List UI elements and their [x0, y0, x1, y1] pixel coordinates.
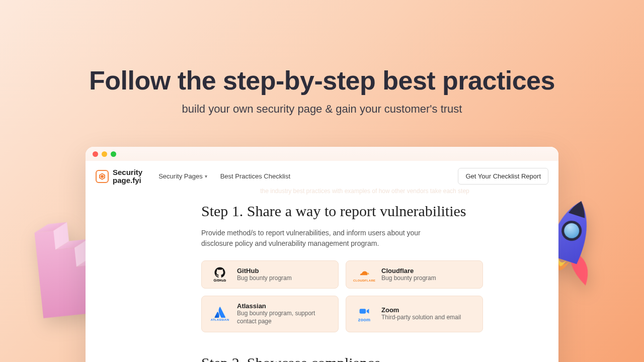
brand-icon	[96, 170, 109, 183]
card-subtitle: Third-party solution and email	[381, 314, 461, 322]
chevron-down-icon: ▾	[205, 173, 207, 179]
nav-best-practices[interactable]: Best Practices Checklist	[220, 172, 290, 180]
card-title: GitHub	[237, 267, 292, 275]
window-titlebar	[86, 147, 558, 161]
card-subtitle: Bug bounty program, support contact page	[237, 310, 331, 325]
card-atlassian[interactable]: ATLASSIAN Atlassian Bug bounty program, …	[201, 296, 339, 332]
minimize-dot[interactable]	[102, 151, 107, 157]
card-github[interactable]: GitHub GitHub Bug bounty program	[201, 260, 339, 289]
card-subtitle: Bug bounty program	[381, 275, 436, 283]
card-zoom[interactable]: zoom Zoom Third-party solution and email	[346, 296, 483, 332]
card-title: Zoom	[381, 306, 461, 314]
brand[interactable]: Security page.fyi	[96, 168, 142, 185]
card-title: Atlassian	[237, 302, 331, 310]
zoom-icon: zoom	[353, 306, 375, 322]
top-nav: Security page.fyi Security Pages ▾ Best …	[86, 161, 558, 190]
svg-rect-5	[360, 309, 366, 313]
hero-subtitle: build your own security page & gain your…	[0, 103, 644, 116]
card-subtitle: Bug bounty program	[237, 275, 292, 283]
step1-title: Step 1. Share a way to report vulnerabil…	[201, 202, 528, 221]
card-cloudflare[interactable]: CLOUDFLARE Cloudflare Bug bounty program	[346, 260, 483, 289]
card-title: Cloudflare	[381, 267, 436, 275]
step2-title: Step 2. Showcase compliance	[201, 354, 528, 362]
page-content: the industry best practices with example…	[86, 188, 558, 362]
intro-faded-text: the industry best practices with example…	[201, 188, 528, 195]
get-checklist-button[interactable]: Get Your Checklist Report	[458, 168, 548, 185]
atlassian-icon: ATLASSIAN	[209, 307, 231, 321]
example-cards: GitHub GitHub Bug bounty program CLOUDFL…	[201, 260, 483, 332]
cloudflare-icon: CLOUDFLARE	[353, 267, 375, 282]
nav-security-pages[interactable]: Security Pages ▾	[158, 172, 207, 180]
hero: Follow the step-by-step best practices b…	[0, 0, 644, 116]
step1-description: Provide method/s to report vulnerabiliti…	[201, 228, 443, 249]
github-icon: GitHub	[209, 267, 231, 282]
browser-window: Security page.fyi Security Pages ▾ Best …	[86, 147, 558, 362]
maximize-dot[interactable]	[111, 151, 116, 157]
nav-links: Security Pages ▾ Best Practices Checklis…	[158, 172, 290, 180]
close-dot[interactable]	[93, 151, 98, 157]
brand-text: Security page.fyi	[113, 168, 142, 185]
hero-title: Follow the step-by-step best practices	[0, 65, 644, 96]
